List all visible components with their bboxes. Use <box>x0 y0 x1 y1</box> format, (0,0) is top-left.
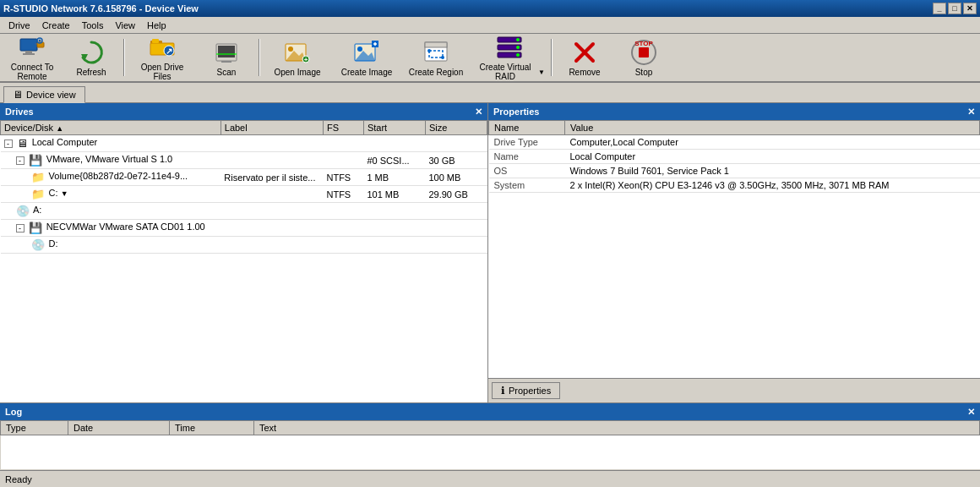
drive-c-fs: NTFS <box>323 186 363 203</box>
svg-point-36 <box>516 38 520 41</box>
log-table-wrapper: Type Date Time Text <box>0 420 980 469</box>
volume-08b-size: 100 MB <box>425 169 487 186</box>
status-text: Ready <box>5 474 32 484</box>
log-panel-close[interactable]: ✕ <box>967 407 975 418</box>
refresh-button[interactable]: Refresh <box>63 36 120 79</box>
prop-row-name: Name Local Computer <box>489 150 980 164</box>
floppy-icon: 💿 <box>16 205 30 217</box>
drive-d-name: D: <box>49 238 58 249</box>
disk-icon: 💾 <box>29 154 42 167</box>
local-computer-name: Local Computer <box>32 137 98 147</box>
create-virtual-raid-label: Create Virtual RAID <box>474 63 536 81</box>
table-row[interactable]: 📁 C: ▼ NTFS 101 MB 29.90 GB <box>1 186 487 203</box>
maximize-button[interactable]: □ <box>948 3 961 14</box>
svg-rect-10 <box>152 39 159 43</box>
menu-create[interactable]: Create <box>37 19 75 32</box>
menu-tools[interactable]: Tools <box>77 19 109 32</box>
expander-local-computer[interactable]: - <box>4 140 13 148</box>
col-label[interactable]: Label <box>220 121 323 135</box>
col-prop-name: Name <box>489 121 565 135</box>
svg-text:↗: ↗ <box>166 47 172 56</box>
cd-icon: 💿 <box>31 238 45 251</box>
log-panel-header: Log ✕ <box>0 403 980 420</box>
local-computer-label <box>220 135 323 152</box>
prop-row-os: OS Windows 7 Build 7601, Service Pack 1 <box>489 164 980 178</box>
table-row[interactable]: - 💾 NECVMWar VMware SATA CD01 1.00 <box>1 220 487 237</box>
drive-c-name: C: <box>49 188 58 198</box>
svg-rect-2 <box>23 53 35 55</box>
svg-rect-16 <box>221 61 231 63</box>
table-row[interactable]: 📁 Volume{08b287d2-0e72-11e4-9... Riserva… <box>1 169 487 186</box>
svg-rect-0 <box>20 39 37 51</box>
col-log-time: Time <box>170 421 254 435</box>
tab-device-view-label: Device view <box>26 90 76 100</box>
drive-c-arrow: ▼ <box>61 189 68 198</box>
volume-08b-start: 1 MB <box>363 169 425 186</box>
svg-text:+: + <box>304 56 308 63</box>
table-row[interactable]: 💿 D: <box>1 237 487 254</box>
col-start[interactable]: Start <box>363 121 425 135</box>
svg-point-23 <box>357 47 362 52</box>
create-image-button[interactable]: Create Image <box>333 36 400 79</box>
scan-button[interactable]: Scan <box>198 36 255 79</box>
connect-remote-icon <box>19 34 46 61</box>
svg-rect-42 <box>639 47 649 57</box>
col-fs[interactable]: FS <box>323 121 363 135</box>
expander-necvmwar[interactable]: - <box>16 224 24 233</box>
properties-button[interactable]: ℹ Properties <box>492 382 560 399</box>
menu-view[interactable]: View <box>110 19 140 32</box>
prop-drive-type-name: Drive Type <box>489 135 565 150</box>
window-title: R-STUDIO Network 7.6.158796 - Device Vie… <box>3 3 199 14</box>
create-region-icon <box>422 39 449 66</box>
svg-rect-29 <box>425 42 447 47</box>
prop-system-value: 2 x Intel(R) Xeon(R) CPU E3-1246 v3 @ 3.… <box>565 178 980 193</box>
table-row[interactable]: - 🖥 Local Computer <box>1 135 487 152</box>
svg-point-32 <box>441 56 444 59</box>
refresh-label: Refresh <box>76 68 106 77</box>
scan-label: Scan <box>217 68 237 77</box>
prop-os-value: Windows 7 Build 7601, Service Pack 1 <box>565 164 980 178</box>
col-log-type: Type <box>1 421 68 435</box>
remove-icon <box>571 39 598 66</box>
menu-drive[interactable]: Drive <box>3 19 35 32</box>
table-row[interactable]: - 💾 VMware, VMware Virtual S 1.0 #0 SCSI… <box>1 152 487 169</box>
svg-point-18 <box>288 47 293 52</box>
vmware-name: VMware, VMware Virtual S 1.0 <box>46 154 173 164</box>
disk-necvmwar-icon: 💾 <box>29 222 42 234</box>
drive-c-start: 101 MB <box>363 186 425 203</box>
status-bar: Ready <box>0 470 980 487</box>
create-region-button[interactable]: Create Region <box>402 36 470 79</box>
remove-button[interactable]: Remove <box>556 36 613 79</box>
toolbar-sep-1 <box>123 39 125 76</box>
drives-table: Device/Disk ▲ Label FS Start Size - 🖥 <box>0 120 487 254</box>
col-size[interactable]: Size <box>425 121 487 135</box>
raid-dropdown-arrow[interactable]: ▼ <box>538 68 545 76</box>
volume-icon: 📁 <box>31 171 45 183</box>
col-device-disk[interactable]: Device/Disk ▲ <box>1 121 221 135</box>
title-bar: R-STUDIO Network 7.6.158796 - Device Vie… <box>0 0 980 17</box>
menu-help[interactable]: Help <box>142 19 172 32</box>
table-row[interactable]: 💿 A: <box>1 203 487 220</box>
connect-remote-label: Connect To Remote <box>6 63 58 81</box>
minimize-button[interactable]: _ <box>933 3 946 14</box>
properties-panel-title: Properties <box>493 107 539 117</box>
volume-08b-name: Volume{08b287d2-0e72-11e4-9... <box>49 171 188 181</box>
open-drive-files-label: Open Drive Files <box>131 63 193 81</box>
prop-row-system: System 2 x Intel(R) Xeon(R) CPU E3-1246 … <box>489 178 980 193</box>
connect-to-remote-button[interactable]: Connect To Remote <box>3 36 61 79</box>
open-image-button[interactable]: + Open Image <box>264 36 331 79</box>
properties-panel-header: Properties ✕ <box>488 103 980 120</box>
open-drive-files-button[interactable]: ↗ Open Drive Files <box>128 36 196 79</box>
open-image-label: Open Image <box>274 68 320 77</box>
main-content: Drives ✕ Device/Disk ▲ Label FS Start Si… <box>0 103 980 402</box>
create-virtual-raid-button[interactable]: Create Virtual RAID ▼ <box>471 36 547 79</box>
drives-panel-close[interactable]: ✕ <box>475 107 482 118</box>
stop-button[interactable]: STOP Stop <box>615 36 672 79</box>
svg-rect-1 <box>25 51 32 53</box>
tab-device-view[interactable]: 🖥 Device view <box>3 86 85 103</box>
expander-vmware[interactable]: - <box>16 156 24 165</box>
create-virtual-raid-icon <box>496 34 523 61</box>
close-button[interactable]: ✕ <box>963 3 977 14</box>
properties-panel-close[interactable]: ✕ <box>967 107 975 118</box>
properties-btn-label: Properties <box>509 386 551 396</box>
